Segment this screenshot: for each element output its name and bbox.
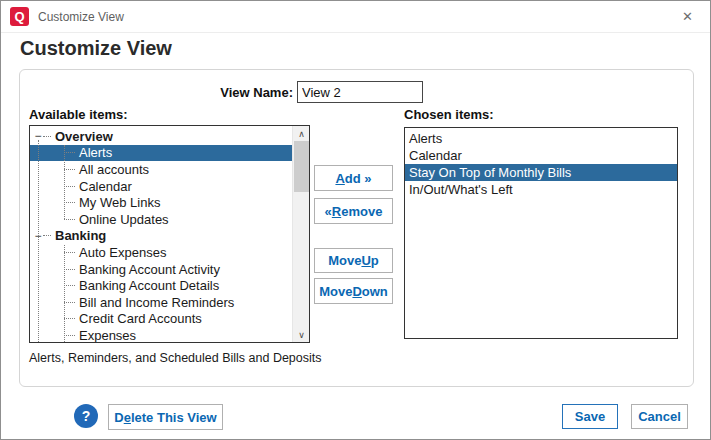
tree-item[interactable]: All accounts bbox=[30, 161, 292, 178]
tree-connector bbox=[64, 152, 75, 153]
tree-item[interactable]: Credit Card Accounts bbox=[30, 311, 292, 328]
save-button[interactable]: Save bbox=[562, 404, 618, 429]
tree-line bbox=[38, 140, 39, 342]
add-button[interactable]: Add » bbox=[314, 165, 393, 191]
tree-line bbox=[64, 245, 65, 342]
view-name-input[interactable] bbox=[297, 81, 423, 103]
view-name-label: View Name: bbox=[161, 85, 293, 100]
list-item[interactable]: Alerts bbox=[405, 130, 677, 147]
list-item[interactable]: In/Out/What's Left bbox=[405, 181, 677, 198]
move-up-button[interactable]: Move Up bbox=[314, 248, 393, 273]
list-item[interactable]: Calendar bbox=[405, 147, 677, 164]
tree-item[interactable]: Auto Expenses bbox=[30, 244, 292, 261]
tree-connector bbox=[43, 136, 51, 137]
tree-connector bbox=[64, 269, 75, 270]
help-icon[interactable]: ? bbox=[74, 404, 98, 428]
list-item[interactable]: Stay On Top of Monthly Bills bbox=[405, 164, 677, 181]
tree-connector bbox=[64, 219, 75, 220]
tree-connector bbox=[64, 302, 75, 303]
title-bar: Q Customize View ✕ bbox=[1, 1, 710, 33]
remove-button[interactable]: « Remove bbox=[314, 198, 393, 224]
tree-item[interactable]: Banking Account Details bbox=[30, 277, 292, 294]
available-items-list[interactable]: − Overview Alerts All accounts Calendar … bbox=[29, 125, 310, 343]
tree-connector bbox=[64, 186, 75, 187]
customize-view-dialog: Q Customize View ✕ Customize View View N… bbox=[0, 0, 711, 440]
tree-connector bbox=[64, 318, 75, 319]
scroll-up-icon[interactable]: ∧ bbox=[293, 126, 310, 141]
quicken-logo-icon: Q bbox=[10, 7, 29, 26]
delete-view-button[interactable]: Delete This View bbox=[108, 404, 223, 430]
chosen-items-label: Chosen items: bbox=[404, 107, 494, 122]
tree-item[interactable]: Banking Account Activity bbox=[30, 261, 292, 278]
tree-item[interactable]: Bill and Income Reminders bbox=[30, 294, 292, 311]
close-icon[interactable]: ✕ bbox=[665, 1, 710, 32]
page-title: Customize View bbox=[20, 37, 172, 60]
tree-connector bbox=[64, 335, 75, 336]
item-description: Alerts, Reminders, and Scheduled Bills a… bbox=[29, 351, 322, 365]
scroll-down-icon[interactable]: ∨ bbox=[293, 327, 310, 342]
tree-item[interactable]: Expenses bbox=[30, 327, 292, 343]
tree-item[interactable]: − Overview bbox=[30, 128, 292, 145]
tree-line bbox=[64, 145, 65, 219]
tree-connector bbox=[64, 169, 75, 170]
available-items-label: Available items: bbox=[29, 107, 128, 122]
tree-item[interactable]: Online Updates bbox=[30, 211, 292, 228]
cancel-button[interactable]: Cancel bbox=[631, 404, 688, 429]
move-down-button[interactable]: Move Down bbox=[314, 278, 393, 304]
available-items-tree: − Overview Alerts All accounts Calendar … bbox=[30, 128, 292, 342]
available-list-scrollbar[interactable]: ∧ ∨ bbox=[292, 126, 309, 342]
tree-item[interactable]: Calendar bbox=[30, 178, 292, 195]
tree-connector bbox=[43, 235, 51, 236]
scrollbar-thumb[interactable] bbox=[294, 141, 309, 192]
tree-item[interactable]: − Banking bbox=[30, 228, 292, 245]
tree-connector bbox=[64, 202, 75, 203]
tree-item[interactable]: Alerts bbox=[30, 145, 292, 162]
tree-connector bbox=[64, 285, 75, 286]
tree-connector bbox=[64, 252, 75, 253]
tree-item[interactable]: My Web Links bbox=[30, 194, 292, 211]
chosen-items-list[interactable]: Alerts Calendar Stay On Top of Monthly B… bbox=[404, 127, 678, 339]
window-title: Customize View bbox=[38, 10, 124, 24]
